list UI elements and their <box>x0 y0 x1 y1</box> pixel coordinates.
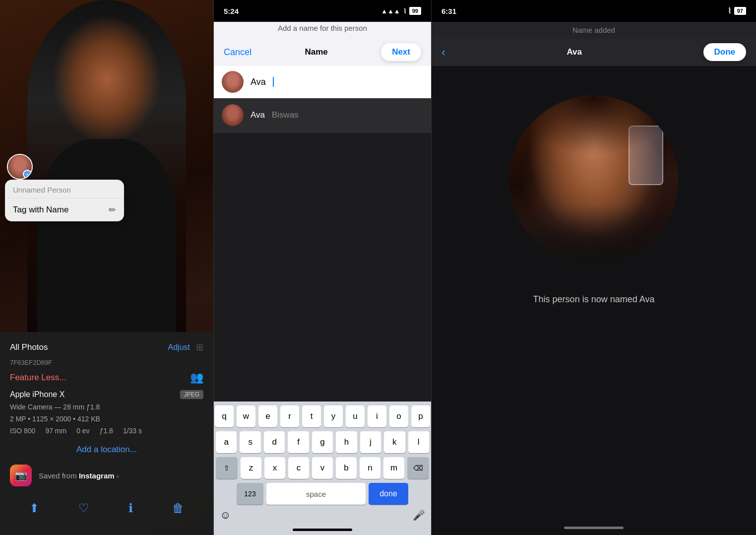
instagram-text: Saved from Instagram › <box>39 471 119 480</box>
contact-suggestions: Ava Biswas <box>214 98 431 133</box>
keyboard-row-4: 123 space done <box>216 483 429 505</box>
back-button[interactable]: ‹ <box>441 45 445 59</box>
numbers-key[interactable]: 123 <box>237 483 263 505</box>
cancel-button[interactable]: Cancel <box>224 47 252 58</box>
key-h[interactable]: h <box>336 431 357 453</box>
home-bar-2 <box>293 529 352 531</box>
key-s[interactable]: s <box>240 431 260 453</box>
key-u[interactable]: u <box>346 405 365 427</box>
feature-label[interactable]: Feature Less... <box>10 373 66 383</box>
status-bar-2: 5:24 ▲▲▲ ⌇ 99 <box>214 0 431 22</box>
emoji-key[interactable]: ☺ <box>220 509 231 522</box>
tag-with-name-label: Tag with Name <box>13 205 68 215</box>
keyboard[interactable]: q w e r t y u i o p a s d f g h j k l ⇧ … <box>214 401 431 535</box>
all-photos-label: All Photos <box>10 342 48 352</box>
add-name-subtitle: Add a name for this person <box>214 22 431 38</box>
key-c[interactable]: c <box>288 457 309 479</box>
key-j[interactable]: j <box>360 431 381 453</box>
key-k[interactable]: k <box>384 431 405 453</box>
edit-icon: ✏ <box>109 204 116 215</box>
space-key[interactable]: space <box>266 483 366 505</box>
key-d[interactable]: d <box>264 431 285 453</box>
add-location-button[interactable]: Add a location... <box>10 445 203 455</box>
panel-name-entry: 5:24 ▲▲▲ ⌇ 99 Add a name for this person… <box>213 0 432 535</box>
key-q[interactable]: q <box>215 405 234 427</box>
done-key[interactable]: done <box>369 483 408 505</box>
name-input-row[interactable]: Ava <box>214 66 431 98</box>
done-button[interactable]: Done <box>703 43 747 61</box>
key-b[interactable]: b <box>336 457 357 479</box>
ev-value: 0 ev <box>76 427 89 435</box>
contact-ava-biswas[interactable]: Ava Biswas <box>214 98 431 133</box>
photo-info-panel: All Photos Adjust ⊞ 7F63EF2D89F Feature … <box>0 332 213 535</box>
named-confirmation-text: This person is now named Ava <box>432 284 756 315</box>
hash-code: 7F63EF2D89F <box>10 359 203 366</box>
home-bar-3 <box>564 527 624 529</box>
next-button[interactable]: Next <box>381 43 421 61</box>
unnamed-label: Unnamed Person <box>5 180 124 199</box>
key-a[interactable]: a <box>216 431 237 453</box>
backspace-key[interactable]: ⌫ <box>407 457 429 479</box>
share-icon[interactable]: ⬆ <box>29 501 39 515</box>
shift-key[interactable]: ⇧ <box>216 457 238 479</box>
keyboard-row-3: ⇧ z x c v b n m ⌫ <box>216 457 429 479</box>
key-e[interactable]: e <box>258 405 277 427</box>
tag-with-name-row[interactable]: Tag with Name ✏ <box>5 199 124 221</box>
status-icons-2: ▲▲▲ ⌇ 99 <box>381 7 421 15</box>
key-y[interactable]: y <box>324 405 343 427</box>
feature-icon: 👥 <box>190 371 203 384</box>
panel-name-confirmed: 6:31 ⌇ 97 Name added ‹ Ava Done This per… <box>432 0 756 535</box>
person-avatar-input <box>222 71 244 93</box>
camera-model: Apple iPhone X <box>10 390 64 399</box>
key-i[interactable]: i <box>368 405 386 427</box>
camera-specs: Wide Camera — 28 mm ƒ1.8 <box>10 403 203 411</box>
adjust-button[interactable]: Adjust <box>168 343 190 352</box>
all-photos-row: All Photos Adjust ⊞ <box>10 342 203 353</box>
iso-value: ISO 800 <box>10 427 35 435</box>
face-circle-container <box>432 66 756 284</box>
key-o[interactable]: o <box>389 405 408 427</box>
nav-title-3: Ava <box>567 47 582 57</box>
bottom-shadow <box>509 205 678 265</box>
battery-icon: 99 <box>409 7 421 15</box>
key-f[interactable]: f <box>288 431 309 453</box>
contact-last-name: Biswas <box>272 110 299 120</box>
time-3: 6:31 <box>441 7 456 15</box>
key-r[interactable]: r <box>280 405 299 427</box>
face-avatar[interactable]: + <box>7 154 33 180</box>
key-v[interactable]: v <box>312 457 333 479</box>
key-g[interactable]: g <box>312 431 333 453</box>
nav-title-2: Name <box>305 47 327 57</box>
jpeg-badge: JPEG <box>180 390 203 399</box>
like-icon[interactable]: ♡ <box>78 501 89 515</box>
nav-bar-2: Cancel Name Next <box>214 38 431 66</box>
status-bar-3: 6:31 ⌇ 97 <box>432 0 756 22</box>
camera-model-row: Apple iPhone X JPEG <box>10 390 203 399</box>
wifi-icon: ⌇ <box>403 7 406 15</box>
aperture-value: ƒ1.8 <box>100 427 113 435</box>
face-bubble[interactable]: + <box>7 154 124 180</box>
typed-name: Ava <box>251 77 266 87</box>
info-icon[interactable]: ℹ <box>128 501 133 515</box>
mic-key[interactable]: 🎤 <box>413 509 425 521</box>
keyboard-row-2: a s d f g h j k l <box>216 431 429 453</box>
battery-icon-3: 97 <box>734 7 746 15</box>
key-z[interactable]: z <box>241 457 261 479</box>
signal-icon: ▲▲▲ <box>381 7 400 15</box>
key-m[interactable]: m <box>383 457 404 479</box>
key-x[interactable]: x <box>264 457 285 479</box>
camera-settings: ISO 800 97 mm 0 ev ƒ1.8 1/33 s <box>10 427 203 435</box>
delete-icon[interactable]: 🗑 <box>172 501 184 515</box>
key-l[interactable]: l <box>408 431 429 453</box>
wifi-icon-3: ⌇ <box>728 6 731 15</box>
contact-first-name: Ava <box>251 110 265 120</box>
key-n[interactable]: n <box>360 457 380 479</box>
key-t[interactable]: t <box>302 405 321 427</box>
key-w[interactable]: w <box>237 405 255 427</box>
instagram-row: 📷 Saved from Instagram › <box>10 465 203 486</box>
grid-icon[interactable]: ⊞ <box>196 342 203 353</box>
face-tag-overlay: + Unnamed Person Tag with Name ✏ <box>7 154 124 221</box>
keyboard-row-1: q w e r t y u i o p <box>216 405 429 427</box>
hair-shadow <box>509 96 678 155</box>
key-p[interactable]: p <box>411 405 430 427</box>
